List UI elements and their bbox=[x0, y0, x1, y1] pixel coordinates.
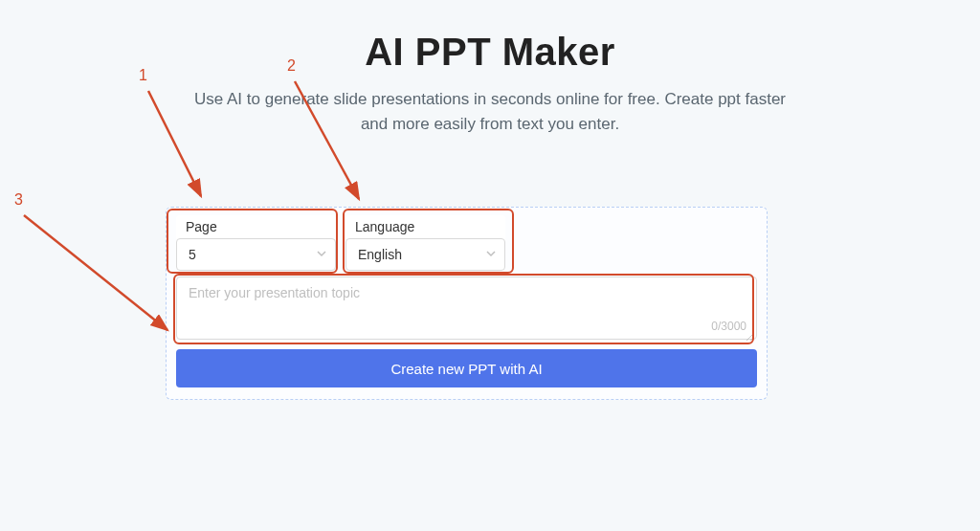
language-select-value: English bbox=[358, 247, 402, 262]
page-title: AI PPT Maker bbox=[155, 31, 825, 74]
chevron-down-icon bbox=[485, 239, 497, 270]
language-label: Language bbox=[345, 215, 505, 238]
char-counter: 0/3000 bbox=[711, 320, 746, 333]
generator-panel: Page 5 Language English bbox=[166, 207, 768, 400]
chevron-down-icon bbox=[316, 239, 327, 270]
topic-input[interactable] bbox=[177, 277, 756, 339]
language-field: Language English bbox=[345, 215, 505, 271]
svg-line-0 bbox=[746, 333, 754, 341]
page-label: Page bbox=[176, 215, 336, 238]
svg-line-4 bbox=[24, 215, 167, 330]
page-field: Page 5 bbox=[176, 215, 336, 271]
page-subtitle: Use AI to generate slide presentations i… bbox=[193, 87, 787, 138]
resize-handle-icon bbox=[745, 327, 754, 337]
annotation-arrow-3 bbox=[19, 210, 182, 344]
page-select[interactable]: 5 bbox=[176, 238, 336, 271]
page-select-value: 5 bbox=[189, 247, 196, 262]
topic-field: 0/3000 bbox=[176, 277, 757, 340]
annotation-number-3: 3 bbox=[14, 191, 23, 209]
annotation-number-1: 1 bbox=[139, 67, 147, 84]
annotation-number-2: 2 bbox=[287, 57, 296, 75]
svg-line-1 bbox=[750, 337, 754, 341]
create-ppt-button[interactable]: Create new PPT with AI bbox=[176, 349, 757, 387]
language-select[interactable]: English bbox=[345, 238, 505, 271]
